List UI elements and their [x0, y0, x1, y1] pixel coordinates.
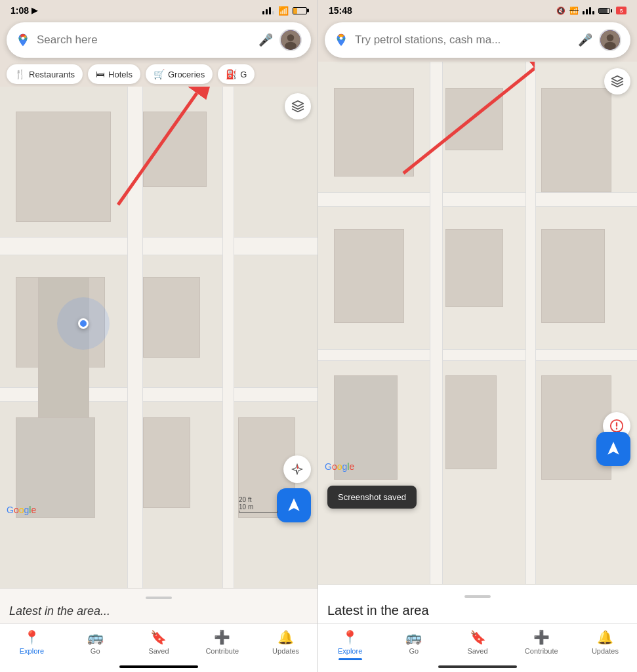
google-watermark-right: Google [325, 461, 354, 472]
explore-label-left: Explore [20, 647, 44, 655]
no-service-icon: 📶 [569, 7, 579, 15]
svg-point-3 [287, 34, 295, 41]
sheet-handle-right [464, 595, 491, 598]
nav-go-right[interactable]: 🚌 Go [382, 629, 445, 660]
google-watermark-left: Google [7, 504, 36, 516]
battery-right [598, 8, 612, 14]
left-search-bar[interactable]: Search here 🎤 [7, 22, 311, 58]
chip-gas-label: G [240, 70, 247, 79]
svg-point-10 [604, 42, 616, 50]
contribute-label-left: Contribute [205, 647, 239, 655]
right-phone: 15:48 🔇 📶 S [318, 0, 637, 672]
mute-icon: 🔇 [556, 7, 565, 15]
home-indicator-left [0, 663, 318, 672]
chip-groceries[interactable]: 🛒 Groceries [146, 64, 213, 84]
explore-label-right: Explore [338, 647, 362, 655]
building-r4 [334, 229, 404, 323]
chip-groceries-label: Groceries [168, 70, 205, 79]
updates-icon-left: 🔔 [277, 629, 294, 645]
left-time: 1:08 ▶ [10, 5, 37, 16]
gas-icon: ⛽ [226, 69, 237, 79]
right-search-bar[interactable]: Try petrol stations, cash ma... 🎤 [325, 22, 630, 58]
nav-saved-right[interactable]: 🔖 Saved [445, 629, 509, 660]
nav-updates-left[interactable]: 🔔 Updates [254, 629, 318, 655]
time-display: 1:08 [10, 5, 29, 16]
latest-area-left: Latest in the area... [0, 588, 318, 623]
road-v-right-1 [430, 62, 443, 584]
location-dot-inner [78, 318, 89, 329]
search-placeholder-left: Search here [37, 33, 252, 47]
nav-contribute-right[interactable]: ➕ Contribute [510, 629, 573, 660]
building-4 [143, 277, 200, 357]
go-button-right[interactable] [596, 432, 630, 466]
avatar-image-right [600, 29, 620, 51]
road-h-right-2 [318, 349, 637, 361]
svg-point-9 [607, 34, 614, 41]
updates-label-right: Updates [592, 647, 619, 655]
chip-hotels[interactable]: 🛏 Hotels [88, 64, 140, 84]
sim-icon: S [616, 7, 627, 14]
nav-contribute-left[interactable]: ➕ Contribute [190, 629, 254, 655]
home-indicator-right [318, 663, 637, 672]
maps-logo-icon-right [334, 33, 348, 47]
go-button-left[interactable] [277, 488, 311, 522]
nav-saved-left[interactable]: 🔖 Saved [127, 629, 191, 655]
report-icon [609, 419, 624, 433]
nav-go-left[interactable]: 🚌 Go [64, 629, 127, 655]
saved-icon-left: 🔖 [150, 629, 167, 645]
saved-icon-right: 🔖 [470, 629, 486, 645]
scale-line [239, 511, 278, 513]
maps-logo-icon [16, 33, 30, 47]
scale-text-1: 20 ft [239, 496, 251, 503]
signal-icon [262, 7, 274, 14]
right-status-bar: 15:48 🔇 📶 S [318, 0, 637, 18]
mic-icon-left[interactable]: 🎤 [258, 33, 273, 47]
building-1 [16, 112, 111, 222]
road-horizontal-1 [0, 237, 318, 255]
map-area-right[interactable]: Google Screenshot saved [318, 62, 637, 584]
svg-point-4 [285, 42, 297, 50]
contribute-icon-left: ➕ [214, 629, 230, 645]
chips-row-left: 🍴 Restaurants 🛏 Hotels 🛒 Groceries ⛽ G [0, 62, 318, 87]
building-r5 [445, 229, 503, 307]
chip-gas[interactable]: ⛽ G [218, 64, 255, 84]
signal-icon-right [583, 7, 594, 14]
map-area-left[interactable]: 20 ft 10 m Google [0, 87, 318, 588]
layer-button-left[interactable] [285, 93, 311, 119]
compass-button-left[interactable] [283, 455, 311, 483]
building-2 [143, 112, 207, 187]
avatar-left[interactable] [279, 29, 302, 51]
go-label-right: Go [409, 647, 419, 655]
screenshot-text: Screenshot saved [338, 492, 406, 502]
building-r2 [445, 88, 503, 151]
latest-title-right: Latest in the area [327, 603, 429, 618]
scale-text-2: 10 m [239, 503, 253, 511]
nav-explore-left[interactable]: 📍 Explore [0, 629, 64, 655]
explore-icon-left: 📍 [24, 629, 40, 645]
building-r8 [445, 375, 497, 469]
bottom-nav-left: 📍 Explore 🚌 Go 🔖 Saved ➕ Contribute 🔔 Up… [0, 623, 318, 663]
latest-title-left: Latest in the area... [9, 604, 110, 618]
go-icon-right: 🚌 [405, 629, 422, 645]
nav-explore-right[interactable]: 📍 Explore [318, 629, 382, 660]
avatar-right[interactable] [599, 29, 621, 51]
scale-bar-left: 20 ft 10 m [239, 496, 278, 513]
layer-button-right[interactable] [604, 68, 630, 94]
chip-restaurants[interactable]: 🍴 Restaurants [7, 64, 83, 84]
contribute-icon-right: ➕ [533, 629, 550, 645]
building-r1 [334, 88, 414, 177]
chip-restaurants-label: Restaurants [29, 70, 75, 79]
right-status-icons: 🔇 📶 S [556, 7, 627, 15]
nav-updates-right[interactable]: 🔔 Updates [573, 629, 637, 660]
right-time: 15:48 [329, 5, 352, 16]
right-time-display: 15:48 [329, 5, 352, 16]
svg-point-1 [22, 37, 25, 40]
road-vertical-1 [127, 87, 143, 588]
building-5 [16, 417, 95, 518]
building-r3 [541, 88, 611, 192]
contribute-label-right: Contribute [525, 647, 558, 655]
building-6 [143, 417, 191, 508]
bottom-nav-right: 📍 Explore 🚌 Go 🔖 Saved ➕ Contribute 🔔 Up… [318, 623, 637, 663]
restaurants-icon: 🍴 [14, 69, 26, 79]
mic-icon-right[interactable]: 🎤 [578, 33, 592, 47]
